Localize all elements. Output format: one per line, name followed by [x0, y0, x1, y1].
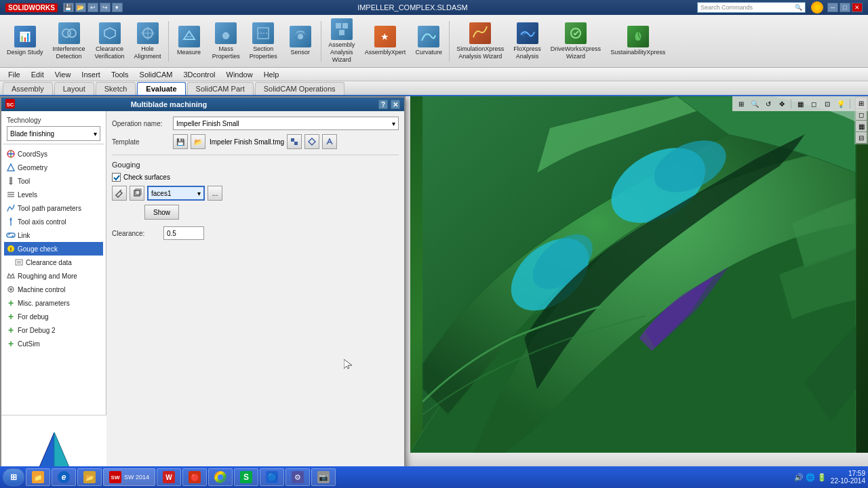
- tab-solidcam-operations[interactable]: SolidCAM Operations: [255, 82, 344, 95]
- vp-view-normal-btn[interactable]: ⊞: [735, 98, 747, 110]
- interference-detection-btn[interactable]: InterferenceDetection: [49, 21, 90, 62]
- menu-3dcontrol[interactable]: 3Dcontrol: [178, 68, 220, 81]
- section-properties-btn[interactable]: SectionProperties: [245, 21, 281, 62]
- tree-item-roughing[interactable]: Roughing and More: [4, 269, 103, 283]
- quick-save-btn[interactable]: 💾: [63, 3, 74, 12]
- quick-redo-btn[interactable]: ↪: [100, 3, 111, 12]
- tab-assembly[interactable]: Assembly: [3, 82, 53, 95]
- tab-sketch[interactable]: Sketch: [96, 82, 136, 95]
- hole-alignment-btn[interactable]: HoleAlignment: [130, 21, 165, 62]
- template-btn3[interactable]: [322, 134, 337, 149]
- taskbar-chrome[interactable]: [208, 468, 233, 486]
- show-button[interactable]: Show: [144, 205, 179, 220]
- menu-tools[interactable]: Tools: [106, 68, 134, 81]
- dialog-help-btn[interactable]: ?: [378, 100, 388, 109]
- menu-view[interactable]: View: [50, 68, 77, 81]
- tree-item-debug[interactable]: + For debug: [4, 310, 103, 323]
- check-surfaces-checkbox[interactable]: [112, 173, 121, 182]
- gouging-section: Gouging Check surfaces: [112, 161, 399, 240]
- hole-icon: [137, 22, 159, 44]
- template-btn2[interactable]: [304, 134, 319, 149]
- taskbar-sw2[interactable]: W: [157, 468, 181, 486]
- tree-item-machine-control[interactable]: Machine control: [4, 283, 103, 296]
- vp-wireframe-btn[interactable]: ◻: [808, 98, 820, 110]
- template-btn1[interactable]: [287, 134, 302, 149]
- vp-right-btn3[interactable]: ▦: [856, 121, 867, 131]
- quick-open-btn[interactable]: 📂: [75, 3, 86, 12]
- start-button[interactable]: ⊞: [3, 468, 24, 486]
- mass-properties-btn[interactable]: MassProperties: [208, 21, 244, 62]
- menu-file[interactable]: File: [3, 68, 26, 81]
- tree-item-link[interactable]: Link: [4, 228, 103, 242]
- template-open-btn[interactable]: 📂: [191, 134, 205, 149]
- assemblyxpert-btn[interactable]: ★ AssemblyXpert: [361, 24, 410, 58]
- vp-right-btn2[interactable]: ◻: [856, 109, 867, 120]
- technology-dropdown[interactable]: Blade finishing ▾: [7, 126, 100, 141]
- measure-btn[interactable]: Measure: [172, 24, 207, 58]
- quick-undo-btn[interactable]: ↩: [87, 3, 98, 12]
- search-input[interactable]: Search Commands: [701, 4, 795, 11]
- op-name-dropdown[interactable]: Impeller Finish Small ▾: [173, 117, 399, 130]
- design-study-btn[interactable]: 📊 Design Study: [3, 24, 47, 58]
- vp-right-btn1[interactable]: ⊞: [856, 98, 867, 108]
- template-save-btn[interactable]: 💾: [173, 134, 188, 149]
- driveworks-btn[interactable]: DriveWorksXpressWizard: [547, 21, 605, 62]
- vp-section-btn[interactable]: ⊡: [821, 98, 833, 110]
- tab-layout[interactable]: Layout: [54, 82, 94, 95]
- taskbar-sw1[interactable]: SW SW 2014: [103, 468, 155, 486]
- quick-dropdown[interactable]: ▾: [112, 3, 123, 12]
- clearance-input[interactable]: [163, 226, 204, 240]
- dialog-close-btn[interactable]: ✕: [391, 100, 400, 109]
- taskbar-ie[interactable]: e: [52, 468, 76, 486]
- menu-insert[interactable]: Insert: [76, 68, 106, 81]
- vp-zoom-btn[interactable]: 🔍: [749, 98, 761, 110]
- 3d-viewport[interactable]: ⊞ 🔍 ↺ ✥ ▦ ◻ ⊡ 💡 ▸ ⊞ ◻ ▦ ⊟: [410, 96, 868, 453]
- tree-item-axis-control[interactable]: Tool axis control: [4, 215, 103, 228]
- vp-rotate-btn[interactable]: ↺: [762, 98, 774, 110]
- tree-item-geometry[interactable]: Geometry: [4, 161, 103, 174]
- surface-copy-btn[interactable]: [130, 186, 144, 201]
- floworks-btn[interactable]: FloXpressAnalysis: [509, 21, 545, 62]
- section-icon: [252, 22, 274, 44]
- menu-solidcam[interactable]: SolidCAM: [134, 68, 178, 81]
- sustainability-btn[interactable]: SustainabilityXpress: [606, 24, 669, 58]
- tree-item-misc[interactable]: + Misc. parameters: [4, 296, 103, 310]
- taskbar-app7[interactable]: ⚙: [285, 468, 310, 486]
- tree-item-cutsim[interactable]: + CutSim: [4, 337, 103, 350]
- simulationxpress-btn[interactable]: SimulationXpressAnalysis Wizard: [452, 21, 508, 62]
- tree-item-clearance-data[interactable]: Clearance data: [4, 256, 103, 269]
- restore-btn[interactable]: □: [840, 3, 850, 12]
- curvature-btn[interactable]: Curvature: [411, 24, 446, 58]
- taskbar-app6[interactable]: 🔵: [260, 468, 284, 486]
- close-btn[interactable]: ✕: [852, 3, 863, 12]
- vp-pan-btn[interactable]: ✥: [776, 98, 788, 110]
- tab-evaluate[interactable]: Evaluate: [137, 82, 185, 95]
- surface-dropdown[interactable]: faces1 ▾: [147, 186, 205, 201]
- surface-edit-btn[interactable]: [112, 186, 127, 201]
- tree-item-tool[interactable]: Tool: [4, 174, 103, 188]
- impeller-model: [410, 96, 868, 453]
- menu-help[interactable]: Help: [258, 68, 285, 81]
- taskbar-app5[interactable]: S: [234, 468, 258, 486]
- vp-display-btn[interactable]: ▦: [794, 98, 806, 110]
- svg-point-1: [68, 29, 76, 37]
- taskbar-folder[interactable]: 📂: [77, 468, 102, 486]
- vp-lights-btn[interactable]: 💡: [835, 98, 847, 110]
- taskbar-app3[interactable]: 🔴: [182, 468, 207, 486]
- tree-item-toolpath[interactable]: Tool path parameters: [4, 201, 103, 215]
- tree-item-debug2[interactable]: + For Debug 2: [4, 323, 103, 337]
- menu-window[interactable]: Window: [221, 68, 258, 81]
- tree-item-levels[interactable]: Levels: [4, 188, 103, 201]
- clearance-verification-btn[interactable]: ClearanceVerification: [91, 21, 129, 62]
- tree-item-coordsys[interactable]: CoordSys: [4, 147, 103, 161]
- assembly-analysis-btn[interactable]: AssemblyAnalysisWizard: [324, 17, 359, 64]
- tree-item-gouge-check[interactable]: ! Gouge check: [4, 242, 103, 256]
- tab-solidcam-part[interactable]: SolidCAM Part: [187, 82, 254, 95]
- vp-right-btn4[interactable]: ⊟: [856, 132, 867, 143]
- surface-more-btn[interactable]: ...: [208, 186, 222, 201]
- menu-edit[interactable]: Edit: [26, 68, 50, 81]
- minimize-btn[interactable]: ─: [827, 3, 838, 12]
- taskbar-app8[interactable]: 📷: [311, 468, 336, 486]
- taskbar-explorer[interactable]: 📁: [26, 468, 50, 486]
- sensor-btn[interactable]: Sensor: [283, 24, 318, 58]
